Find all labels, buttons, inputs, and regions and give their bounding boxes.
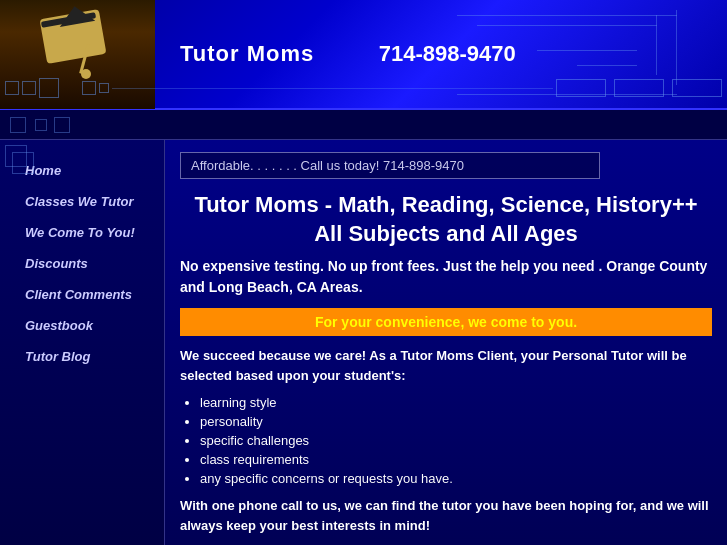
description-text: No expensive testing. No up front fees. … <box>180 256 712 298</box>
bullet-item-2: personality <box>200 412 712 431</box>
main-heading: Tutor Moms - Math, Reading, Science, His… <box>180 191 712 248</box>
header-squares <box>0 73 727 103</box>
main-content: Affordable. . . . . . . Call us today! 7… <box>165 140 727 545</box>
nav-squares-bar <box>0 110 727 140</box>
main-layout: Home Classes We Tutor We Come To You! Di… <box>0 140 727 545</box>
affordable-text: Affordable. . . . . . . Call us today! 7… <box>191 158 464 173</box>
sidebar-item-classes[interactable]: Classes We Tutor <box>10 186 154 217</box>
sidebar-item-we-come-to-you[interactable]: We Come To You! <box>10 217 154 248</box>
header: Tutor Moms 714-898-9470 <box>0 0 727 110</box>
body-paragraph: We succeed because we care! As a Tutor M… <box>180 346 712 385</box>
sidebar-item-client-comments[interactable]: Client Comments <box>10 279 154 310</box>
affordable-bar: Affordable. . . . . . . Call us today! 7… <box>180 152 600 179</box>
sidebar-item-home[interactable]: Home <box>10 155 154 186</box>
sidebar-item-guestbook[interactable]: Guestbook <box>10 310 154 341</box>
bullet-list: learning style personality specific chal… <box>180 393 712 488</box>
site-title: Tutor Moms <box>180 41 314 66</box>
sidebar: Home Classes We Tutor We Come To You! Di… <box>0 140 165 545</box>
sidebar-item-discounts[interactable]: Discounts <box>10 248 154 279</box>
bullet-item-4: class requirements <box>200 450 712 469</box>
footer-text: With one phone call to us, we can find t… <box>180 496 712 535</box>
main-heading-line1: Tutor Moms - Math, Reading, Science, His… <box>180 191 712 220</box>
sidebar-item-tutor-blog[interactable]: Tutor Blog <box>10 341 154 372</box>
bullet-item-3: specific challenges <box>200 431 712 450</box>
main-heading-line2: All Subjects and All Ages <box>180 220 712 249</box>
orange-bar: For your convenience, we come to you. <box>180 308 712 336</box>
bullet-item-5: any specific concerns or requests you ha… <box>200 469 712 488</box>
bullet-item-1: learning style <box>200 393 712 412</box>
